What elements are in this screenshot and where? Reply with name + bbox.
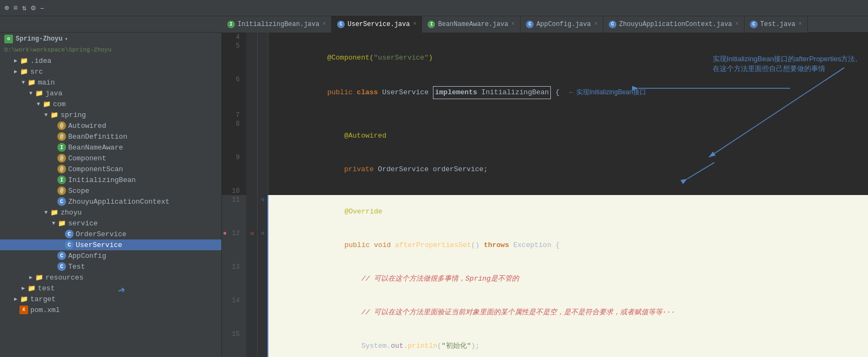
arrow-resources: ▶ [27, 274, 35, 281]
tree-label-ComponentScan: ComponentScan [68, 165, 123, 173]
tree-label-BeanNameAware: BeanNameAware [68, 144, 123, 152]
tree-label-Component: Component [68, 154, 106, 163]
type-OrderService: OrderService [378, 165, 432, 173]
tab-ZhouyuApplicationContext[interactable]: C ZhouyuApplicationContext.java × [603, 16, 745, 33]
folder-icon-com: 📁 [42, 100, 51, 108]
annotation-autowired: @Autowired [344, 132, 386, 140]
tree-item-Autowired[interactable]: @ Autowired [0, 120, 221, 131]
close-InitializingBean[interactable]: × [323, 21, 326, 27]
type-Exception: Exception [514, 241, 556, 249]
diff-4 [257, 33, 268, 41]
tab-UserService[interactable]: C UserService.java × [332, 16, 422, 33]
tree-item-resources[interactable]: ▶ 📁 resources [0, 272, 221, 283]
tree-label-resources: resources [45, 274, 83, 282]
paren-15b: ); [471, 342, 480, 350]
tab-Test[interactable]: C Test.java × [745, 16, 808, 33]
comment-13: // 可以在这个方法做很多事情，Spring是不管的 [327, 275, 519, 283]
tree-label-spring: spring [61, 111, 86, 119]
tree-item-pom[interactable]: X pom.xml [0, 304, 221, 315]
diff-9 [257, 153, 268, 186]
main-layout: o Spring-Zhoyu ▾ D:\work\workspace\Sprin… [0, 33, 868, 357]
tree-item-BeanNameAware[interactable]: I BeanNameAware [0, 142, 221, 153]
code-line-10: 10 [222, 186, 868, 195]
icon-pom: X [19, 306, 28, 314]
tree-label-UserService: UserService [76, 241, 122, 249]
tree-item-Test[interactable]: C Test [0, 261, 221, 272]
icon-BeanDefinition: @ [57, 132, 66, 141]
tree-item-UserService[interactable]: C UserService [0, 239, 221, 250]
tab-InitializingBean[interactable]: I InitializingBean.java × [222, 16, 332, 33]
paren-12: () [471, 241, 484, 249]
line-num-14: 14 [222, 296, 246, 329]
close-ZhouyuApplicationContext[interactable]: × [735, 21, 739, 27]
tree-item-test[interactable]: ▶ 📁 test [0, 283, 221, 294]
code-line-11: 11 ◁ @Override [222, 195, 868, 229]
tree-item-AppConfig[interactable]: C AppConfig [0, 250, 221, 261]
arrow-target: ▶ [12, 296, 19, 302]
toolbar-minus[interactable]: – [40, 4, 44, 12]
tree-item-BeanDefinition[interactable]: @ BeanDefinition [0, 131, 221, 142]
tree-item-main[interactable]: ▼ 📁 main [0, 77, 221, 88]
tree-item-idea[interactable]: ▶ 📁 .idea [0, 55, 221, 66]
gear-icon[interactable]: ⚙ [31, 3, 35, 12]
tab-label-ZhouyuApplicationContext: ZhouyuApplicationContext.java [619, 21, 732, 28]
code-line-5: 5 @Component("userService") [222, 41, 868, 75]
close-UserService[interactable]: × [413, 21, 416, 27]
indent-15 [327, 342, 361, 350]
tree-item-src[interactable]: ▶ 📁 src [0, 66, 221, 77]
folder-icon-main: 📁 [27, 78, 36, 87]
tree-item-zhoyu[interactable]: ▼ 📁 zhoyu [0, 207, 221, 218]
breakpoint-icon: ● [223, 230, 227, 237]
tree-item-ComponentScan[interactable]: @ ComponentScan [0, 164, 221, 174]
tab-AppConfig[interactable]: C AppConfig.java × [521, 16, 603, 33]
code-line-4: 4 [222, 33, 868, 41]
code-13: // 可以在这个方法做很多事情，Spring是不管的 [268, 262, 868, 296]
arrow-spring: ▼ [42, 112, 50, 118]
tree-item-spring[interactable]: ▼ 📁 spring [0, 109, 221, 120]
tree-item-service[interactable]: ▼ 📁 service [0, 218, 221, 229]
folder-icon-target: 📁 [19, 295, 28, 303]
tree-item-OrderService[interactable]: C OrderService [0, 229, 221, 239]
tree-item-ZhouyuApplicationContext[interactable]: C ZhouyuApplicationContext [0, 196, 221, 207]
tree-item-target[interactable]: ▶ 📁 target [0, 294, 221, 304]
close-Test[interactable]: × [799, 21, 802, 27]
code-content[interactable]: 4 5 @Component("userService") [222, 33, 868, 357]
code-11: @Override [268, 195, 868, 229]
tree-label-Test: Test [68, 263, 85, 271]
var-orderService: orderService; [433, 165, 488, 173]
tree-item-Scope[interactable]: @ Scope [0, 185, 221, 196]
gutter-12: ◁ [246, 229, 257, 262]
folder-icon-java: 📁 [35, 89, 43, 98]
method-afterPropertiesSet: afterPropertiesSet [395, 241, 471, 249]
kw-class: class [357, 88, 382, 96]
code-line-8: 8 @Autowired [222, 119, 868, 153]
code-14: // 可以在这个方法里面验证当前对象里面的某个属性是不是空，是不是符合要求，或者… [268, 296, 868, 329]
line-num-8: 8 [222, 119, 246, 153]
project-header[interactable]: o Spring-Zhoyu ▾ [0, 33, 221, 46]
gutter-11 [246, 195, 257, 229]
brace-12: { [556, 241, 560, 249]
tree-item-com[interactable]: ▼ 📁 com [0, 99, 221, 109]
close-AppConfig[interactable]: × [594, 21, 597, 27]
tree-item-java[interactable]: ▼ 📁 java [0, 88, 221, 99]
tree-item-InitializingBean[interactable]: I InitializingBean [0, 174, 221, 185]
code-line-9: 9 private OrderService orderService; [222, 153, 868, 186]
line-num-15: 15 [222, 329, 246, 357]
gutter-4 [246, 33, 257, 41]
diff-7 [257, 111, 268, 119]
annotation-override: @Override [344, 207, 382, 216]
debug-icon-12: ◁ [246, 230, 257, 237]
tab-BeanNameAware[interactable]: I BeanNameAware.java × [422, 16, 521, 33]
project-icon: ⊕ [4, 3, 9, 12]
out-15: out [391, 342, 403, 350]
diff-5 [257, 41, 268, 75]
tree-label-idea: .idea [30, 57, 51, 65]
diff-11: ◁ [257, 195, 268, 229]
tab-icon-AppConfig: C [526, 21, 534, 28]
line-num-9: 9 [222, 153, 246, 186]
close-BeanNameAware[interactable]: × [511, 21, 515, 27]
arrow-zhoyu: ▼ [42, 210, 50, 216]
code-4 [268, 33, 868, 41]
tree-item-Component[interactable]: @ Component [0, 153, 221, 164]
code-5: @Component("userService") [268, 41, 868, 75]
